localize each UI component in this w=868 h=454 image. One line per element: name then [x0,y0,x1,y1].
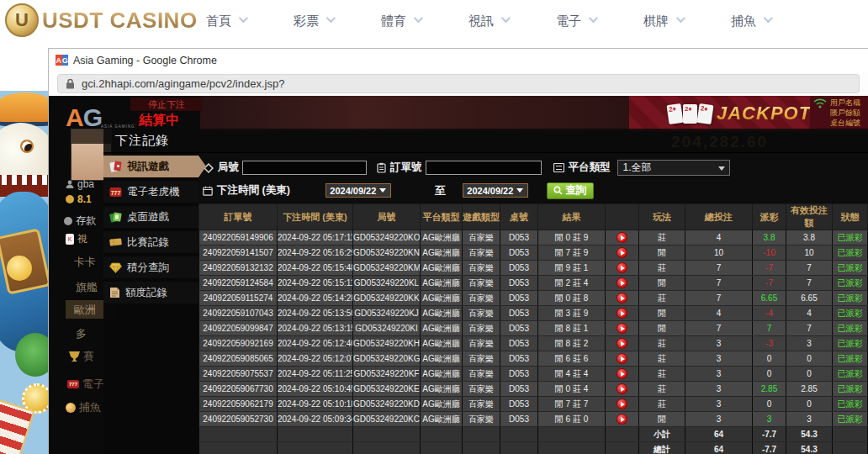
play-video-button[interactable] [617,262,627,273]
order-number-icon [377,162,386,173]
cell: 7 [786,261,833,276]
cell: 240922059124584 [199,276,278,291]
sidebar-item-table-games[interactable]: 桌面遊戲 [103,206,198,228]
cell: GD053249220KK [353,291,421,306]
round-number-input[interactable] [242,161,367,175]
sidebar-item-video-games[interactable]: 視訊遊戲 [103,156,198,177]
lobby-menu-item[interactable]: 旗艦 [76,280,98,295]
play-video-button[interactable] [617,247,627,258]
play-video-button[interactable] [617,232,627,243]
summary-cell [538,427,606,442]
top-nav: 首頁彩票體育視訊電子棋牌捕魚 [206,0,818,42]
browser-title-bar[interactable]: AG Asia Gaming - Google Chrome [49,49,868,71]
jackpot-title: JACKPOT [717,103,811,124]
cell: 百家樂 [463,291,500,306]
cell: 10 [786,245,833,261]
cell: D053 [500,230,538,245]
cell: GD053249220KH [353,336,421,351]
bet-records-table: 訂單號下注時間 (美東)局號平台類型遊戲類型桌號結果玩法總投注派彩有效投注額狀態… [198,203,868,454]
cell: GD053249220KE [353,382,421,397]
sidebar-item-quota-records[interactable]: 額度記錄 [103,282,198,304]
gold-coin-shape [7,256,32,281]
nav-item-label: 彩票 [294,13,319,29]
order-number-input[interactable] [426,161,542,175]
nav-item-6[interactable]: 捕魚 [731,13,770,29]
play-video-button[interactable] [617,353,627,364]
lobby-menu-item[interactable]: 賽 [69,349,94,364]
platform-type-select[interactable]: 1.全部 [617,160,730,176]
nav-item-2[interactable]: 體育 [381,13,421,29]
gem-icon [109,262,122,273]
deposit-button[interactable]: 存款 [64,214,96,228]
money-bag-icon [66,195,74,203]
cell: 4 [685,230,753,245]
video-tab-glimpse[interactable]: K 視 [66,232,87,246]
play-video-button[interactable] [617,383,627,394]
play-video-button[interactable] [617,338,627,349]
jackpot-banner: 2♦ 2♦ 2♦ JACKPOT 用戶名稱 賬戶餘額 桌台編號 [629,96,868,131]
cell: 已派彩 [833,276,868,291]
play-video-button[interactable] [617,308,627,319]
cell: 3 [786,412,833,427]
cell: GD053249220KD [353,397,421,412]
cell: D053 [500,397,538,412]
nav-item-3[interactable]: 視訊 [468,13,508,29]
ag-favicon-icon: AG [56,55,68,66]
sidebar-item-contest-records[interactable]: 比賽記錄 [103,231,198,253]
summary-cell: 64 [685,442,753,454]
cell: 百家樂 [463,276,500,291]
play-video-button[interactable] [617,293,627,304]
lobby-menu-item[interactable]: 卡卡 [74,255,96,270]
grand-total-row: 總計64-7.754.3 [199,442,868,454]
cell: 240922059052730 [199,412,278,427]
play-video-button[interactable] [617,323,627,334]
cell: 已派彩 [833,321,868,336]
cell: GD053249220KF [353,367,421,382]
sidebar-item-points-query[interactable]: 積分查詢 [103,256,198,278]
cell: 莊 [639,382,685,397]
playing-card-icon: 2♦ [696,103,713,124]
play-video-button[interactable] [617,414,627,425]
table-row: 2409220590527302024-09-22 05:09:34GD0532… [199,412,868,427]
cell: 百家樂 [463,230,500,245]
nav-item-4[interactable]: 電子 [556,13,595,29]
cell: GD053249220KC [353,412,421,427]
play-video-button[interactable] [617,368,627,379]
lobby-menu-item[interactable]: 多 [76,326,87,341]
cell: 閒 7 莊 9 [538,245,606,261]
cell: 莊 [639,336,685,351]
table-row: 2409220591499062024-09-22 05:17:11GD0532… [199,230,868,245]
cell: 閒 [639,276,685,291]
cell: 閒 0 莊 9 [538,230,606,245]
cell: 2024-09-22 05:09:34 [278,412,353,427]
cell: AG歐洲廳 [421,382,463,397]
nav-item-1[interactable]: 彩票 [294,13,333,29]
deposit-icon [64,217,72,225]
nav-item-5[interactable]: 棋牌 [643,13,683,29]
pirate-hat-shape [0,92,48,126]
cell: 莊 [639,397,685,412]
date-from-picker[interactable]: 2024/09/22 [326,183,391,198]
cell: 3.8 [786,230,833,245]
balance-row: 8.1 [66,193,92,205]
summary-cell [421,427,463,442]
nav-item-0[interactable]: 首頁 [206,13,246,29]
lobby-menu-item[interactable]: 777 電子 [67,377,104,392]
lobby-menu-item[interactable]: 捕魚 [66,400,101,415]
cell: 閒 2 莊 4 [538,276,606,291]
date-to-picker[interactable]: 2024/09/22 [463,183,528,198]
search-button[interactable]: 查詢 [547,182,594,199]
document-icon [109,287,120,298]
replay-cell [606,351,639,367]
brand-logo[interactable]: U USDT CASINO [5,3,198,37]
cell: -7 [753,276,786,291]
cell: 已派彩 [833,245,868,261]
play-video-button[interactable] [617,399,627,409]
svg-text:777: 777 [111,189,121,195]
play-video-button[interactable] [617,277,627,288]
cell: 240922059092169 [199,336,278,351]
lobby-menu-item[interactable]: 歐洲 [74,303,96,318]
address-bar[interactable]: gci.2hhapi.com/agingame/pcv2/index.jsp? [57,74,860,93]
cell: D053 [500,321,538,336]
sidebar-item-slots[interactable]: 777 電子老虎機 [103,181,198,203]
